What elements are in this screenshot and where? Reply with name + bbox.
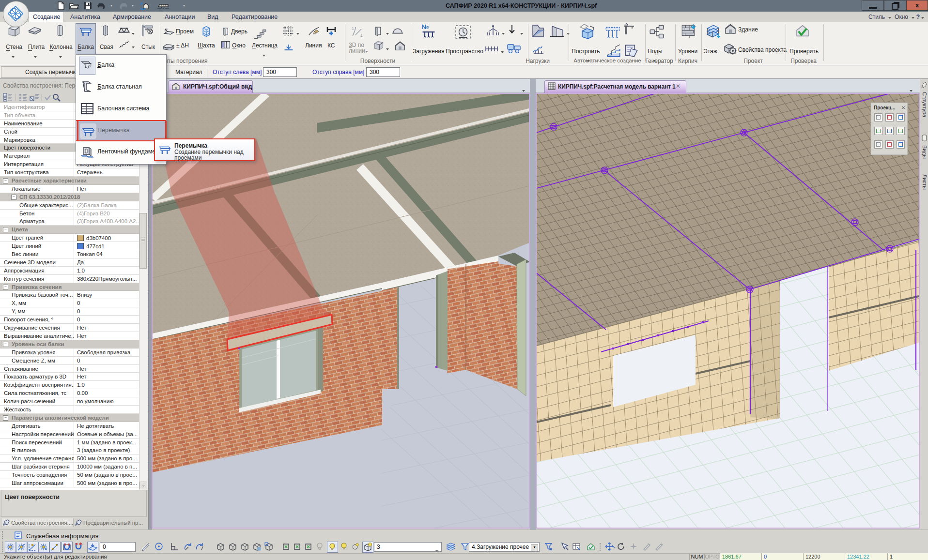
svg-text:№: № <box>421 23 429 30</box>
svg-text:Проекц...: Проекц... <box>874 105 896 110</box>
svg-text:1: 1 <box>352 26 354 31</box>
svg-text:1: 1 <box>360 33 363 38</box>
svg-text:✕: ✕ <box>901 105 905 110</box>
